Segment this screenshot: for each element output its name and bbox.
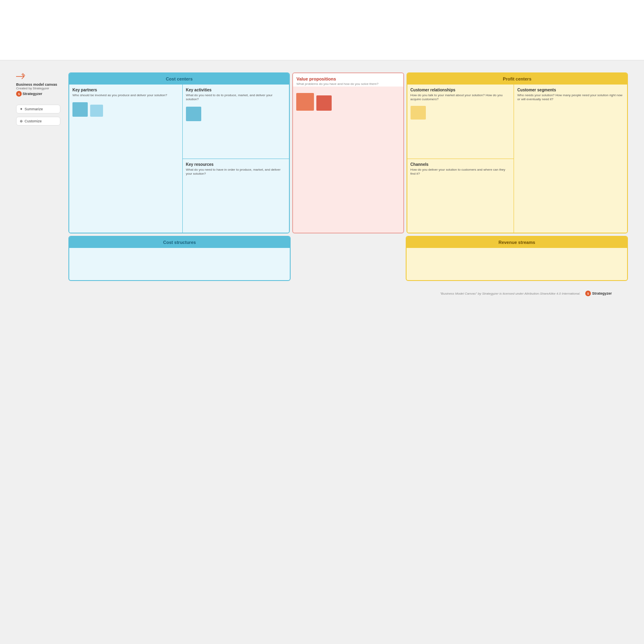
footer-strategyzer-logo: S Strategyzer	[585, 291, 612, 296]
profit-centers-header: Profit centers	[407, 73, 627, 85]
profit-left-column: Customer relationships How do you talk t…	[407, 85, 514, 233]
revenue-streams-header: Revenue streams	[407, 237, 627, 248]
key-partners-title: Key partners	[72, 88, 179, 92]
channels-cell: Channels How do you deliver your solutio…	[407, 159, 514, 233]
footer-bar: "Business Model Canvas" by Strategyzer i…	[68, 287, 628, 299]
profit-inner: Customer relationships How do you talk t…	[407, 85, 627, 233]
channels-title: Channels	[411, 162, 511, 167]
sticky-note[interactable]	[296, 93, 314, 111]
footer-logo-mark-icon: S	[585, 291, 591, 296]
sticky-note[interactable]	[411, 106, 426, 120]
customer-segments-title: Customer segments	[517, 88, 624, 92]
revenue-streams-section: Revenue streams	[406, 236, 628, 281]
main-area: Business model canvas Created by Strateg…	[0, 60, 644, 644]
key-activities-cell: Key activities What do you need to do to…	[183, 85, 289, 159]
channels-desc: How do you deliver your solution to cust…	[411, 168, 511, 176]
sticky-note[interactable]	[72, 102, 88, 117]
cost-centers-header: Cost centers	[69, 73, 289, 85]
logo-mark-icon: S	[16, 91, 22, 97]
sidebar-and-canvas: Business model canvas Created by Strateg…	[16, 72, 628, 299]
cost-right-column: Key activities What do you need to do to…	[183, 85, 289, 233]
sticky-note[interactable]	[316, 95, 332, 111]
key-resources-desc: What do you need to have in order to pro…	[186, 168, 286, 176]
brand-title: Business model canvas	[16, 83, 60, 87]
customer-relationships-stickies	[411, 106, 511, 120]
key-partners-cell: Key partners Who should be involved as y…	[69, 85, 183, 233]
customer-relationships-desc: How do you talk to your market about you…	[411, 93, 511, 102]
customer-relationships-cell: Customer relationships How do you talk t…	[407, 85, 514, 159]
key-partners-desc: Who should be involved as you produce an…	[72, 93, 179, 97]
customer-segments-cell: Customer segments Who needs your solutio…	[514, 85, 627, 233]
key-activities-title: Key activities	[186, 88, 286, 92]
customer-relationships-title: Customer relationships	[411, 88, 511, 92]
sticky-note[interactable]	[90, 105, 103, 117]
summarize-button[interactable]: ✦ Summarize	[16, 105, 60, 114]
sidebar: Business model canvas Created by Strateg…	[16, 72, 60, 126]
key-activities-desc: What do you need to do to produce, marke…	[186, 93, 286, 102]
cost-inner: Key partners Who should be involved as y…	[69, 85, 289, 233]
cost-structures-section: Cost structures	[68, 236, 291, 281]
cost-centers-section: Cost centers Key partners Who should be …	[68, 72, 290, 233]
key-partners-stickies	[72, 102, 179, 117]
cost-structures-header: Cost structures	[69, 237, 290, 248]
logo-icon	[16, 72, 60, 82]
key-activities-stickies	[186, 107, 286, 121]
footer-license-text: "Business Model Canvas" by Strategyzer i…	[440, 292, 580, 295]
bottom-spacer	[293, 236, 403, 281]
brand-logo: Business model canvas Created by Strateg…	[16, 72, 60, 97]
customer-segments-desc: Who needs your solution? How many people…	[517, 93, 624, 102]
value-prop-inner	[293, 87, 403, 233]
canvas-main: Cost centers Key partners Who should be …	[68, 72, 628, 233]
key-resources-cell: Key resources What do you need to have i…	[183, 159, 289, 233]
customize-icon: ⊕	[20, 119, 23, 123]
brand-subtitle: Created by Strategyzer	[16, 87, 60, 90]
value-prop-stickies	[296, 93, 400, 111]
value-prop-header: Value propositions What problems do you …	[293, 73, 403, 87]
customize-button[interactable]: ⊕ Customize	[16, 117, 60, 126]
canvas-area: Cost centers Key partners Who should be …	[68, 72, 628, 299]
top-bar	[0, 0, 644, 60]
key-resources-title: Key resources	[186, 162, 286, 167]
summarize-icon: ✦	[20, 107, 23, 111]
value-prop-section: Value propositions What problems do you …	[292, 72, 404, 233]
profit-centers-section: Profit centers Customer relationships Ho…	[407, 72, 628, 233]
canvas-bottom: Cost structures Revenue streams	[68, 236, 628, 281]
sticky-note[interactable]	[186, 107, 201, 121]
cost-structures-body	[69, 248, 290, 280]
revenue-streams-body	[407, 248, 627, 280]
strategyzer-sidebar-logo: S Strategyzer	[16, 91, 60, 97]
